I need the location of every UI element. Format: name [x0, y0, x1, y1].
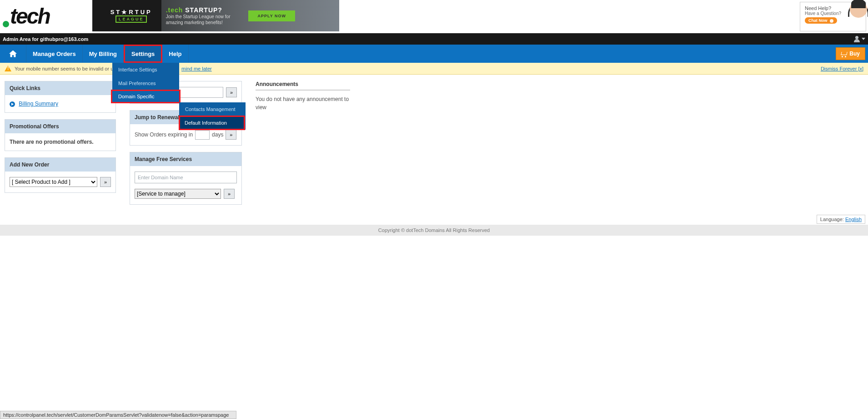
dropdown-domain-specific[interactable]: Domain Specific: [111, 90, 181, 103]
arrow-bullet-icon: [10, 101, 15, 107]
renewal-suffix: days: [212, 131, 223, 138]
startup-league-top: ST★RTUP: [110, 9, 152, 15]
promo-banner[interactable]: ST★RTUP LEAGUE .tech STARTUP? Join the S…: [92, 0, 339, 31]
nav-home[interactable]: [0, 45, 26, 63]
language-selector[interactable]: Language: English: [817, 215, 865, 224]
startup-league-bottom: LEAGUE: [115, 15, 147, 23]
buy-label: Buy: [849, 50, 860, 57]
apply-now-button[interactable]: APPLY NOW: [248, 10, 295, 21]
need-help-line1: Need Help?: [805, 5, 841, 11]
language-value[interactable]: English: [845, 217, 862, 222]
remind-later-link[interactable]: mind me later: [181, 66, 212, 71]
settings-dropdown: Interface Settings Mail Preferences Doma…: [112, 63, 179, 103]
renewal-go-button[interactable]: »: [226, 130, 236, 140]
column-1: Quick Links Billing Summary Promotional …: [5, 81, 116, 193]
promotional-offers-panel: Promotional Offers There are no promotio…: [5, 119, 116, 151]
startup-league-logo: ST★RTUP LEAGUE: [110, 9, 152, 23]
warning-text: Your mobile number seems to be invalid o…: [15, 66, 118, 71]
need-help-widget[interactable]: Need Help? Have a Question? Chat Now: [800, 2, 866, 31]
renewal-prefix: Show Orders expiring in: [135, 131, 193, 138]
dropdown-interface-settings[interactable]: Interface Settings: [112, 63, 179, 76]
promo-subtitle: Join the Startup League now for amazing …: [166, 14, 231, 25]
footer-language: Language: English: [0, 214, 868, 225]
free-services-go-button[interactable]: »: [224, 189, 235, 199]
user-menu[interactable]: [854, 36, 865, 42]
logo-dot-icon: [3, 21, 9, 27]
need-help-line2: Have a Question?: [805, 11, 841, 16]
free-services-domain-input[interactable]: [135, 172, 237, 183]
promo-text: .tech STARTUP? Join the Startup League n…: [166, 6, 231, 25]
announcements-panel: Announcements You do not have any announ…: [256, 81, 350, 111]
dismiss-forever-link[interactable]: Dismiss Forever [x]: [821, 66, 863, 71]
need-help-text: Need Help? Have a Question? Chat Now: [805, 5, 841, 29]
admin-bar: Admin Area for githubpro@163.com: [0, 33, 868, 45]
submenu-contacts-management[interactable]: Contacts Management: [179, 102, 246, 116]
nav-my-billing[interactable]: My Billing: [83, 45, 124, 63]
dropdown-mail-preferences[interactable]: Mail Preferences: [112, 76, 179, 90]
promo-title: .tech STARTUP?: [166, 6, 231, 14]
admin-area-label: Admin Area for githubpro@163.com: [3, 36, 88, 42]
nav-help[interactable]: Help: [162, 45, 188, 63]
quick-links-title: Quick Links: [5, 81, 115, 95]
renewal-days-input[interactable]: [195, 130, 210, 140]
nav-manage-orders[interactable]: Manage Orders: [26, 45, 83, 63]
quick-links-panel: Quick Links Billing Summary: [5, 81, 116, 113]
home-icon: [9, 50, 17, 57]
free-services-title: Manage Free Services: [130, 152, 241, 166]
product-select[interactable]: [ Select Product to Add ]: [10, 177, 97, 187]
promotional-offers-body: There are no promotional offers.: [5, 133, 115, 151]
warning-icon: [5, 66, 11, 71]
jump-order-go-button[interactable]: »: [226, 87, 237, 97]
add-new-order-title: Add New Order: [5, 158, 115, 172]
main-nav: Manage Orders My Billing Settings Help B…: [0, 45, 868, 63]
domain-specific-submenu: Contacts Management Default Information: [179, 102, 246, 130]
support-avatar-icon: [850, 0, 868, 32]
promotional-offers-title: Promotional Offers: [5, 120, 115, 133]
add-order-go-button[interactable]: »: [100, 177, 111, 187]
add-new-order-panel: Add New Order [ Select Product to Add ] …: [5, 157, 116, 193]
user-icon: [854, 36, 860, 42]
footer-copyright: Copyright © dotTech Domains All Rights R…: [0, 225, 868, 236]
manage-free-services-panel: Manage Free Services [Service to manage]…: [130, 152, 242, 205]
header-top: tech ST★RTUP LEAGUE .tech STARTUP? Join …: [0, 0, 868, 33]
submenu-default-information[interactable]: Default Information: [179, 116, 245, 130]
logo[interactable]: tech: [3, 0, 50, 29]
caret-down-icon: [862, 38, 865, 40]
nav-settings[interactable]: Settings: [124, 45, 162, 63]
cart-icon: [840, 51, 847, 56]
announcements-title: Announcements: [256, 81, 350, 91]
buy-button[interactable]: Buy: [836, 47, 865, 60]
logo-text: tech: [10, 4, 50, 29]
chat-now-button[interactable]: Chat Now: [805, 17, 837, 24]
billing-summary-link[interactable]: Billing Summary: [19, 101, 58, 107]
announcements-body: You do not have any announcement to view: [256, 95, 350, 111]
service-to-manage-select[interactable]: [Service to manage]: [135, 189, 221, 199]
